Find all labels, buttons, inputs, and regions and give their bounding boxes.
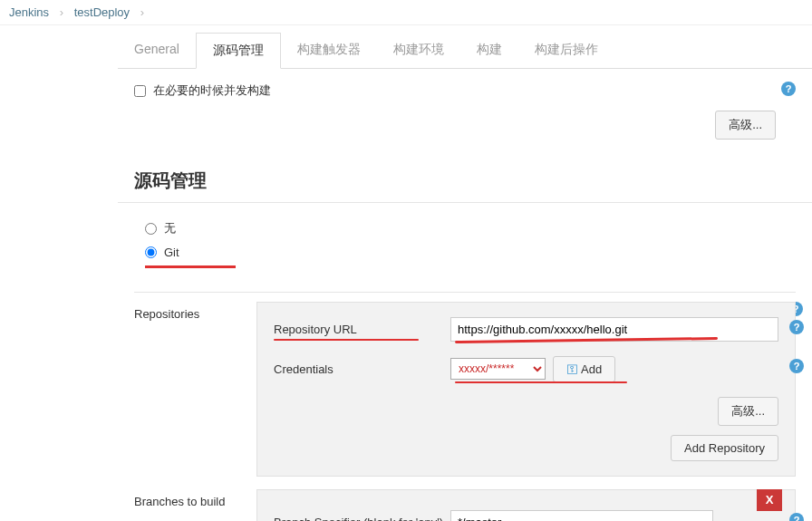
breadcrumb-root[interactable]: Jenkins [9, 5, 49, 19]
help-icon[interactable]: ? [789, 320, 804, 334]
annotation-line [274, 339, 419, 342]
help-icon[interactable]: ? [781, 82, 796, 96]
branches-label: Branches to build [134, 489, 256, 522]
chevron-right-icon: › [60, 5, 63, 19]
concurrent-label: 在必要的时候并发构建 [153, 82, 271, 99]
scm-radio-git[interactable] [145, 246, 157, 258]
breadcrumb-project[interactable]: testDeploy [74, 5, 130, 19]
help-icon[interactable]: ? [789, 513, 804, 522]
scm-git-label: Git [164, 246, 179, 259]
credentials-label: Credentials [274, 362, 450, 376]
credentials-select[interactable]: xxxxx/****** [450, 358, 546, 380]
tab-build[interactable]: 构建 [460, 33, 518, 68]
key-icon: ⚿ [566, 362, 577, 373]
repositories-label: Repositories [134, 302, 256, 477]
tab-scm[interactable]: 源码管理 [196, 33, 281, 69]
repo-advanced-button[interactable]: 高级... [718, 397, 778, 426]
add-repository-button[interactable]: Add Repository [671, 435, 778, 461]
annotation-line [455, 381, 627, 384]
breadcrumb: Jenkins › testDeploy › [0, 0, 812, 25]
branch-spec-input[interactable] [450, 510, 713, 522]
scm-radio-group: 无 Git [118, 203, 812, 281]
advanced-button[interactable]: 高级... [715, 111, 776, 140]
chevron-right-icon: › [140, 5, 144, 19]
annotation-line [145, 265, 236, 268]
repo-url-label: Repository URL [274, 323, 450, 336]
help-icon[interactable]: ? [789, 359, 804, 373]
repo-url-input[interactable] [450, 317, 778, 342]
config-tabs: General 源码管理 构建触发器 构建环境 构建 构建后操作 [118, 33, 812, 69]
scm-none-label: 无 [164, 220, 176, 236]
tab-triggers[interactable]: 构建触发器 [281, 33, 377, 68]
tab-env[interactable]: 构建环境 [377, 33, 460, 68]
branch-spec-label: Branch Specifier (blank for 'any') [274, 516, 450, 522]
tab-post[interactable]: 构建后操作 [518, 33, 614, 68]
scm-radio-none[interactable] [145, 223, 157, 235]
scm-section-title: 源码管理 [118, 150, 812, 203]
add-credentials-button[interactable]: ⚿Add [553, 356, 615, 382]
delete-branch-button[interactable]: X [757, 489, 782, 511]
tab-general[interactable]: General [118, 33, 196, 68]
concurrent-checkbox[interactable] [134, 85, 146, 97]
